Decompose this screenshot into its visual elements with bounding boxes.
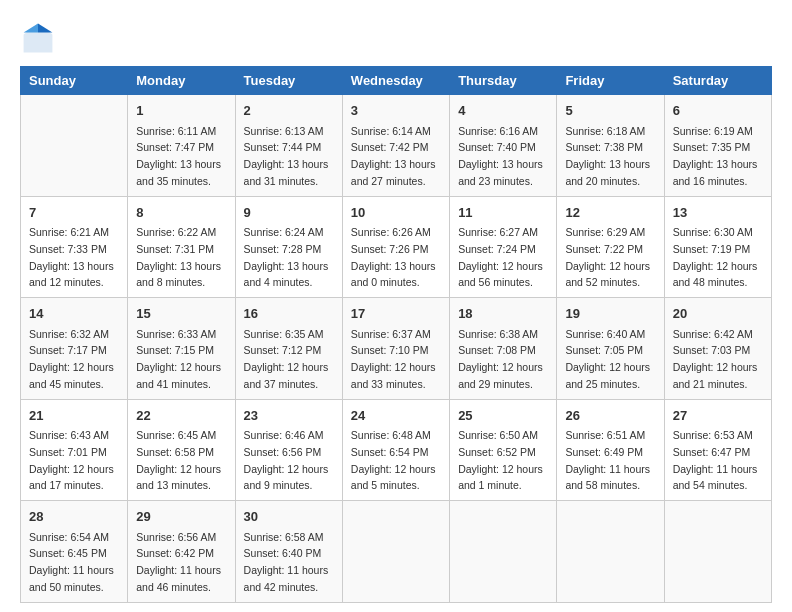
day-info: Sunrise: 6:14 AM Sunset: 7:42 PM Dayligh… <box>351 125 436 187</box>
day-cell: 25Sunrise: 6:50 AM Sunset: 6:52 PM Dayli… <box>450 399 557 501</box>
day-info: Sunrise: 6:53 AM Sunset: 6:47 PM Dayligh… <box>673 429 758 491</box>
day-number: 4 <box>458 101 548 121</box>
day-number: 12 <box>565 203 655 223</box>
day-cell: 21Sunrise: 6:43 AM Sunset: 7:01 PM Dayli… <box>21 399 128 501</box>
day-number: 14 <box>29 304 119 324</box>
day-info: Sunrise: 6:26 AM Sunset: 7:26 PM Dayligh… <box>351 226 436 288</box>
day-cell: 10Sunrise: 6:26 AM Sunset: 7:26 PM Dayli… <box>342 196 449 298</box>
header-cell-friday: Friday <box>557 67 664 95</box>
day-info: Sunrise: 6:21 AM Sunset: 7:33 PM Dayligh… <box>29 226 114 288</box>
logo <box>20 20 60 56</box>
day-cell <box>450 501 557 603</box>
day-cell: 16Sunrise: 6:35 AM Sunset: 7:12 PM Dayli… <box>235 298 342 400</box>
day-number: 6 <box>673 101 763 121</box>
day-cell <box>21 95 128 197</box>
day-info: Sunrise: 6:37 AM Sunset: 7:10 PM Dayligh… <box>351 328 436 390</box>
day-cell: 14Sunrise: 6:32 AM Sunset: 7:17 PM Dayli… <box>21 298 128 400</box>
day-number: 17 <box>351 304 441 324</box>
week-row-2: 7Sunrise: 6:21 AM Sunset: 7:33 PM Daylig… <box>21 196 772 298</box>
day-info: Sunrise: 6:45 AM Sunset: 6:58 PM Dayligh… <box>136 429 221 491</box>
day-cell: 30Sunrise: 6:58 AM Sunset: 6:40 PM Dayli… <box>235 501 342 603</box>
day-number: 15 <box>136 304 226 324</box>
svg-marker-2 <box>24 24 38 33</box>
day-number: 18 <box>458 304 548 324</box>
day-info: Sunrise: 6:11 AM Sunset: 7:47 PM Dayligh… <box>136 125 221 187</box>
day-info: Sunrise: 6:29 AM Sunset: 7:22 PM Dayligh… <box>565 226 650 288</box>
day-cell <box>557 501 664 603</box>
day-number: 19 <box>565 304 655 324</box>
day-cell: 28Sunrise: 6:54 AM Sunset: 6:45 PM Dayli… <box>21 501 128 603</box>
day-cell: 22Sunrise: 6:45 AM Sunset: 6:58 PM Dayli… <box>128 399 235 501</box>
week-row-3: 14Sunrise: 6:32 AM Sunset: 7:17 PM Dayli… <box>21 298 772 400</box>
day-cell: 23Sunrise: 6:46 AM Sunset: 6:56 PM Dayli… <box>235 399 342 501</box>
day-cell: 8Sunrise: 6:22 AM Sunset: 7:31 PM Daylig… <box>128 196 235 298</box>
day-number: 30 <box>244 507 334 527</box>
svg-marker-1 <box>38 24 52 33</box>
day-info: Sunrise: 6:50 AM Sunset: 6:52 PM Dayligh… <box>458 429 543 491</box>
day-cell: 29Sunrise: 6:56 AM Sunset: 6:42 PM Dayli… <box>128 501 235 603</box>
day-cell <box>664 501 771 603</box>
header-cell-saturday: Saturday <box>664 67 771 95</box>
day-cell: 12Sunrise: 6:29 AM Sunset: 7:22 PM Dayli… <box>557 196 664 298</box>
calendar-header: SundayMondayTuesdayWednesdayThursdayFrid… <box>21 67 772 95</box>
day-info: Sunrise: 6:54 AM Sunset: 6:45 PM Dayligh… <box>29 531 114 593</box>
day-info: Sunrise: 6:46 AM Sunset: 6:56 PM Dayligh… <box>244 429 329 491</box>
day-number: 16 <box>244 304 334 324</box>
day-cell: 1Sunrise: 6:11 AM Sunset: 7:47 PM Daylig… <box>128 95 235 197</box>
day-cell: 19Sunrise: 6:40 AM Sunset: 7:05 PM Dayli… <box>557 298 664 400</box>
header-row: SundayMondayTuesdayWednesdayThursdayFrid… <box>21 67 772 95</box>
day-number: 11 <box>458 203 548 223</box>
day-info: Sunrise: 6:18 AM Sunset: 7:38 PM Dayligh… <box>565 125 650 187</box>
day-number: 27 <box>673 406 763 426</box>
day-info: Sunrise: 6:30 AM Sunset: 7:19 PM Dayligh… <box>673 226 758 288</box>
day-info: Sunrise: 6:38 AM Sunset: 7:08 PM Dayligh… <box>458 328 543 390</box>
day-number: 22 <box>136 406 226 426</box>
calendar-table: SundayMondayTuesdayWednesdayThursdayFrid… <box>20 66 772 603</box>
day-info: Sunrise: 6:33 AM Sunset: 7:15 PM Dayligh… <box>136 328 221 390</box>
day-cell: 9Sunrise: 6:24 AM Sunset: 7:28 PM Daylig… <box>235 196 342 298</box>
header-cell-monday: Monday <box>128 67 235 95</box>
week-row-5: 28Sunrise: 6:54 AM Sunset: 6:45 PM Dayli… <box>21 501 772 603</box>
day-cell: 5Sunrise: 6:18 AM Sunset: 7:38 PM Daylig… <box>557 95 664 197</box>
day-info: Sunrise: 6:16 AM Sunset: 7:40 PM Dayligh… <box>458 125 543 187</box>
day-info: Sunrise: 6:58 AM Sunset: 6:40 PM Dayligh… <box>244 531 329 593</box>
page-header <box>20 20 772 56</box>
day-info: Sunrise: 6:13 AM Sunset: 7:44 PM Dayligh… <box>244 125 329 187</box>
day-info: Sunrise: 6:48 AM Sunset: 6:54 PM Dayligh… <box>351 429 436 491</box>
day-cell: 26Sunrise: 6:51 AM Sunset: 6:49 PM Dayli… <box>557 399 664 501</box>
day-number: 24 <box>351 406 441 426</box>
day-number: 26 <box>565 406 655 426</box>
day-info: Sunrise: 6:22 AM Sunset: 7:31 PM Dayligh… <box>136 226 221 288</box>
header-cell-sunday: Sunday <box>21 67 128 95</box>
header-cell-tuesday: Tuesday <box>235 67 342 95</box>
day-number: 13 <box>673 203 763 223</box>
day-cell: 6Sunrise: 6:19 AM Sunset: 7:35 PM Daylig… <box>664 95 771 197</box>
day-info: Sunrise: 6:42 AM Sunset: 7:03 PM Dayligh… <box>673 328 758 390</box>
week-row-4: 21Sunrise: 6:43 AM Sunset: 7:01 PM Dayli… <box>21 399 772 501</box>
day-cell: 24Sunrise: 6:48 AM Sunset: 6:54 PM Dayli… <box>342 399 449 501</box>
day-cell: 4Sunrise: 6:16 AM Sunset: 7:40 PM Daylig… <box>450 95 557 197</box>
day-number: 2 <box>244 101 334 121</box>
day-info: Sunrise: 6:32 AM Sunset: 7:17 PM Dayligh… <box>29 328 114 390</box>
day-cell: 2Sunrise: 6:13 AM Sunset: 7:44 PM Daylig… <box>235 95 342 197</box>
calendar-body: 1Sunrise: 6:11 AM Sunset: 7:47 PM Daylig… <box>21 95 772 603</box>
day-number: 20 <box>673 304 763 324</box>
day-info: Sunrise: 6:24 AM Sunset: 7:28 PM Dayligh… <box>244 226 329 288</box>
day-number: 8 <box>136 203 226 223</box>
day-cell: 20Sunrise: 6:42 AM Sunset: 7:03 PM Dayli… <box>664 298 771 400</box>
day-number: 3 <box>351 101 441 121</box>
week-row-1: 1Sunrise: 6:11 AM Sunset: 7:47 PM Daylig… <box>21 95 772 197</box>
day-number: 28 <box>29 507 119 527</box>
day-cell <box>342 501 449 603</box>
logo-icon <box>20 20 56 56</box>
day-cell: 7Sunrise: 6:21 AM Sunset: 7:33 PM Daylig… <box>21 196 128 298</box>
day-cell: 18Sunrise: 6:38 AM Sunset: 7:08 PM Dayli… <box>450 298 557 400</box>
day-number: 7 <box>29 203 119 223</box>
day-number: 25 <box>458 406 548 426</box>
day-info: Sunrise: 6:43 AM Sunset: 7:01 PM Dayligh… <box>29 429 114 491</box>
day-number: 5 <box>565 101 655 121</box>
day-number: 9 <box>244 203 334 223</box>
day-cell: 27Sunrise: 6:53 AM Sunset: 6:47 PM Dayli… <box>664 399 771 501</box>
day-number: 21 <box>29 406 119 426</box>
header-cell-wednesday: Wednesday <box>342 67 449 95</box>
